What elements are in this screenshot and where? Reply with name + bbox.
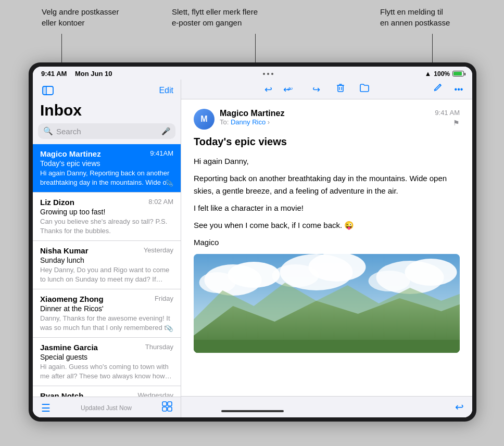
updated-text: Updated Just Now bbox=[81, 404, 132, 412]
ipad-screen: 9:41 AM Mon Jun 10 ▲ 100% bbox=[33, 67, 472, 417]
email-body-para-4: Magico bbox=[194, 236, 460, 248]
search-icon: 🔍 bbox=[43, 126, 53, 136]
left-panel: Edit Inbox 🔍 Search 🎤 Magico Martinez 9:… bbox=[33, 80, 181, 417]
svg-rect-6 bbox=[168, 407, 172, 411]
email-received-time: 9:41 AM bbox=[435, 109, 460, 117]
email-subject-1: Growing up too fast! bbox=[40, 208, 173, 216]
compose-button[interactable] bbox=[431, 83, 445, 96]
sidebar-button[interactable] bbox=[40, 83, 56, 98]
email-item-5[interactable]: Ryan Notch Wednesday Out of town Howdy, … bbox=[33, 386, 181, 397]
recipient-name[interactable]: Danny Rico bbox=[231, 118, 266, 126]
annotation-top-left: Velg andre postkasser eller kontoer bbox=[42, 6, 119, 28]
right-panel: ↩ ↩ ↩ ↪ bbox=[181, 80, 472, 417]
left-toolbar: Edit bbox=[33, 80, 181, 100]
email-preview-1: Can you believe she's already so tall? P… bbox=[40, 217, 173, 235]
email-item-4[interactable]: Jasmine Garcia Thursday Special guests H… bbox=[33, 338, 181, 386]
email-content: M Magico Martinez To: Danny Rico › 9:41 … bbox=[181, 99, 472, 396]
sender-avatar: M bbox=[194, 109, 215, 130]
left-bottom-bar: ☰ Updated Just Now bbox=[33, 397, 181, 417]
right-bottom-bar: ↩ bbox=[181, 396, 472, 417]
home-indicator bbox=[221, 410, 284, 412]
flag-icon[interactable]: ⚑ bbox=[453, 119, 460, 127]
svg-point-20 bbox=[405, 259, 457, 286]
email-item-1[interactable]: Liz Dizon 8:02 AM Growing up too fast! C… bbox=[33, 193, 181, 241]
email-sender-3: Xiaomeng Zhong bbox=[40, 295, 104, 303]
filter-icon[interactable]: ☰ bbox=[41, 402, 51, 414]
svg-rect-3 bbox=[162, 402, 167, 406]
email-subject-3: Dinner at the Ricos' bbox=[40, 304, 173, 313]
battery-percent: 100% bbox=[434, 70, 450, 78]
email-image bbox=[194, 254, 460, 353]
svg-rect-1 bbox=[43, 86, 46, 95]
svg-point-15 bbox=[199, 272, 236, 293]
inbox-title: Inbox bbox=[33, 100, 181, 123]
email-item-3[interactable]: Xiaomeng Zhong Friday Dinner at the Rico… bbox=[33, 289, 181, 338]
email-sender-4: Jasmine Garcia bbox=[40, 343, 98, 352]
email-sender-1: Liz Dizon bbox=[40, 198, 74, 207]
reply-button[interactable]: ↩ bbox=[261, 84, 276, 95]
email-content-header: M Magico Martinez To: Danny Rico › 9:41 … bbox=[194, 109, 460, 130]
email-sender-0: Magico Martinez bbox=[40, 149, 101, 158]
email-item-2[interactable]: Nisha Kumar Yesterday Sunday lunch Hey D… bbox=[33, 241, 181, 289]
toolbar-center: ↩ ↩ ↩ ↪ bbox=[261, 83, 372, 96]
email-time-5: Wednesday bbox=[138, 391, 173, 397]
email-subject-2: Sunday lunch bbox=[40, 256, 173, 264]
sender-info: Magico Martinez To: Danny Rico › bbox=[220, 109, 284, 126]
right-toolbar: ↩ ↩ ↩ ↪ bbox=[181, 80, 472, 99]
svg-rect-4 bbox=[168, 402, 172, 406]
email-body-para-1: Reporting back on another breathtaking d… bbox=[194, 172, 460, 197]
search-bar[interactable]: 🔍 Search 🎤 bbox=[38, 123, 175, 139]
email-time-4: Thursday bbox=[145, 343, 173, 351]
main-content: Edit Inbox 🔍 Search 🎤 Magico Martinez 9:… bbox=[33, 80, 472, 417]
status-day: Mon Jun 10 bbox=[75, 70, 112, 78]
wifi-icon: ▲ bbox=[424, 70, 431, 78]
email-sender-2: Nisha Kumar bbox=[40, 246, 89, 255]
email-item-0[interactable]: Magico Martinez 9:41AM Today's epic view… bbox=[33, 144, 181, 193]
status-right: ▲ 100% bbox=[424, 70, 464, 78]
email-time-3: Friday bbox=[155, 295, 173, 302]
mic-icon[interactable]: 🎤 bbox=[161, 127, 170, 135]
trash-button[interactable] bbox=[333, 83, 348, 96]
status-time: 9:41 AM bbox=[41, 70, 67, 78]
sender-name: Magico Martinez bbox=[220, 109, 284, 118]
svg-rect-5 bbox=[162, 407, 167, 411]
email-preview-3: Danny, Thanks for the awesome evening! I… bbox=[40, 314, 173, 332]
annotation-top-right: Flytt en melding til en annen postkasse bbox=[380, 6, 450, 28]
email-subject-display: Today's epic views bbox=[194, 136, 460, 148]
email-time-1: 8:02 AM bbox=[148, 198, 173, 206]
forward-button[interactable]: ↪ bbox=[309, 84, 324, 95]
ipad-frame: 9:41 AM Mon Jun 10 ▲ 100% bbox=[29, 62, 476, 422]
svg-point-14 bbox=[228, 262, 280, 288]
svg-point-18 bbox=[272, 264, 319, 287]
email-time-0: 9:41AM bbox=[150, 149, 173, 157]
search-placeholder[interactable]: Search bbox=[56, 127, 158, 136]
email-preview-4: Hi again. Guess who's coming to town wit… bbox=[40, 362, 173, 380]
attachment-icon-0: 📎 bbox=[166, 180, 173, 187]
edit-boxes-icon[interactable] bbox=[162, 401, 172, 414]
status-left: 9:41 AM Mon Jun 10 bbox=[41, 70, 112, 78]
battery-icon bbox=[452, 71, 464, 77]
top-dots bbox=[260, 71, 276, 77]
attachment-icon-3: 📎 bbox=[166, 325, 173, 332]
reply-all-button[interactable]: ↩ ↩ bbox=[285, 84, 300, 95]
toolbar-right: ••• bbox=[431, 83, 466, 96]
edit-button[interactable]: Edit bbox=[159, 86, 173, 95]
email-body-para-0: Hi again Danny, bbox=[194, 155, 460, 167]
svg-rect-7 bbox=[338, 85, 343, 92]
email-subject-4: Special guests bbox=[40, 353, 173, 361]
move-to-folder-button[interactable] bbox=[357, 83, 372, 96]
svg-point-21 bbox=[369, 271, 410, 291]
annotation-top-middle: Slett, flytt eller merk flere e-poster o… bbox=[172, 6, 258, 28]
more-options-button[interactable]: ••• bbox=[451, 85, 466, 94]
email-body-para-3: See you when I come back, if I come back… bbox=[194, 219, 460, 231]
email-preview-2: Hey Danny, Do you and Rigo want to come … bbox=[40, 265, 173, 284]
email-sender-5: Ryan Notch bbox=[40, 391, 83, 397]
reply-button-bottom[interactable]: ↩ bbox=[455, 401, 464, 413]
email-list: Magico Martinez 9:41AM Today's epic view… bbox=[33, 144, 181, 397]
email-body-para-2: I felt like a character in a movie! bbox=[194, 202, 460, 214]
status-bar: 9:41 AM Mon Jun 10 ▲ 100% bbox=[33, 67, 472, 80]
email-subject-0: Today's epic views bbox=[40, 159, 173, 168]
email-time-2: Yesterday bbox=[144, 246, 173, 254]
svg-rect-24 bbox=[194, 340, 460, 353]
to-line: To: Danny Rico › bbox=[220, 118, 284, 126]
